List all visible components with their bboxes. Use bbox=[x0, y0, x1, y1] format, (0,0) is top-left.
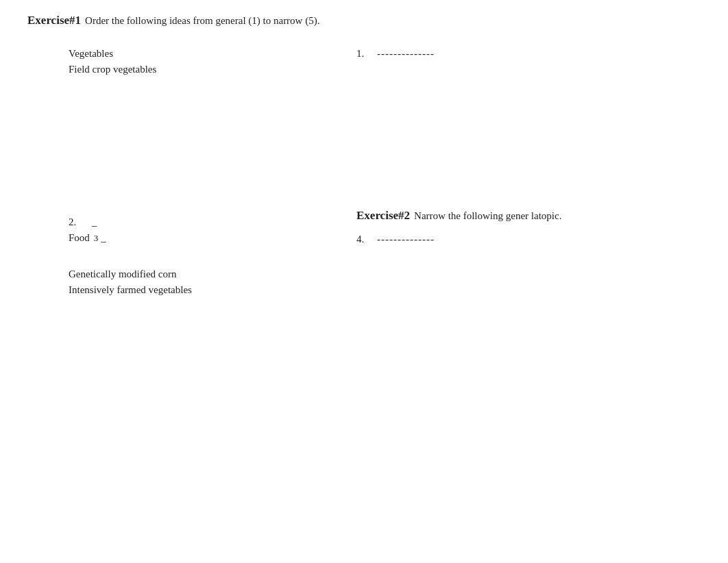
number2-row: 2. _ bbox=[69, 216, 329, 228]
blank4-row: 4. -------------- bbox=[356, 234, 701, 245]
food-number: 3 bbox=[94, 233, 99, 244]
exercise2-block: Exercise#2 Narrow the following gener la… bbox=[356, 209, 701, 245]
exercise2-instruction: Narrow the following gener latopic. bbox=[414, 210, 561, 222]
spacer-right bbox=[356, 65, 701, 202]
food-row: Food 3 _ bbox=[69, 232, 329, 244]
number2-blank: _ bbox=[92, 216, 97, 228]
page: Exercise#1 Order the following ideas fro… bbox=[0, 0, 728, 314]
exercise1-header: Exercise#1 Order the following ideas fro… bbox=[27, 14, 701, 27]
list-item: Intensively farmed vegetables bbox=[69, 284, 329, 296]
main-content: Vegetables Field crop vegetables 2. _ Fo… bbox=[27, 48, 701, 300]
blank4-number: 4. bbox=[356, 234, 377, 245]
right-column: 1. -------------- Exercise#2 Narrow the … bbox=[329, 48, 701, 300]
left-column: Vegetables Field crop vegetables 2. _ Fo… bbox=[27, 48, 329, 300]
list-item: Genetically modified corn bbox=[69, 268, 329, 280]
item-vegetables: Vegetables bbox=[69, 48, 113, 60]
item-food: Food bbox=[69, 232, 90, 244]
item-field-crop: Field crop vegetables bbox=[69, 64, 156, 75]
food-blank: _ bbox=[101, 232, 106, 244]
list-item: Vegetables bbox=[69, 48, 329, 60]
blank1-row: 1. -------------- bbox=[356, 48, 701, 60]
item-genetically-modified: Genetically modified corn bbox=[69, 268, 176, 280]
spacer2 bbox=[69, 248, 329, 268]
exercise2-header: Exercise#2 Narrow the following gener la… bbox=[356, 209, 701, 223]
blank1-number: 1. bbox=[356, 48, 377, 60]
exercise2-title: Exercise#2 bbox=[356, 209, 410, 223]
number2-label: 2. bbox=[69, 216, 89, 228]
spacer1 bbox=[69, 79, 329, 216]
blank1-dashes: -------------- bbox=[377, 48, 435, 60]
blank4-dashes: -------------- bbox=[377, 234, 435, 245]
exercise1-instruction: Order the following ideas from general (… bbox=[85, 15, 319, 27]
list-item: Field crop vegetables bbox=[69, 64, 329, 75]
exercise1-title: Exercise#1 bbox=[27, 14, 81, 27]
item-intensively-farmed: Intensively farmed vegetables bbox=[69, 284, 192, 296]
